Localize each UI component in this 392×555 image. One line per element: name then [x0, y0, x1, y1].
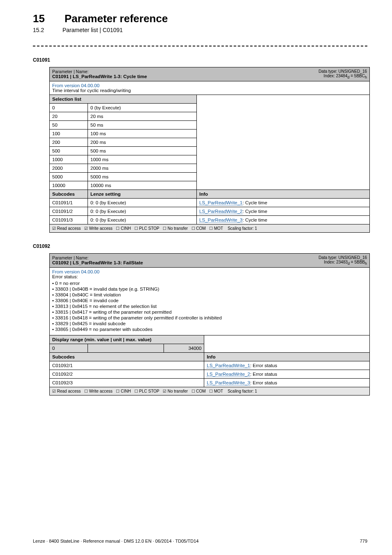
desc-text: Time interval for cyclic reading/writing	[52, 88, 131, 93]
bullet-item: • 33865 | 0x8449 = no parameter with sub…	[52, 326, 367, 332]
access-notransfer: ☐ No transfer	[163, 226, 188, 231]
access-read: ☑ Read access	[52, 389, 81, 393]
param-label: Parameter | Name:	[52, 69, 147, 74]
version-link[interactable]: From version 04.00.00	[52, 269, 99, 274]
info-header: Info	[197, 190, 370, 199]
subcode-code: C01092/2	[50, 370, 204, 379]
sel-num: 0	[50, 104, 88, 112]
subcodes-header: Subcodes	[50, 353, 204, 361]
param-title: Parameter | Name: C01091 | LS_ParReadWri…	[52, 69, 147, 79]
access-mot: ☐ MOT	[209, 226, 223, 231]
datatype-line1: Data type: UNSIGNED_16	[318, 69, 367, 74]
bullet-item: • 0 = no error	[52, 280, 367, 286]
access-com: ☐ COM	[191, 389, 206, 393]
subcode-info: LS_ParReadWrite_1: Error status	[204, 361, 370, 370]
bullet-item: • 33803 | 0x840B = invalid data type (e.…	[52, 286, 367, 292]
subcode-setting: 0: 0 (by Execute)	[88, 199, 197, 207]
sel-num: 10000	[50, 181, 88, 190]
sel-val: 2000 ms	[88, 164, 197, 173]
bullet-list: • 0 = no error • 33803 | 0x840B = invali…	[52, 280, 367, 332]
subcode-info: LS_ParReadWrite_2: Error status	[204, 370, 370, 379]
sel-val: 10000 ms	[88, 181, 197, 190]
subcode-code: C01092/1	[50, 361, 204, 370]
access-notransfer: ☑ No transfer	[163, 389, 188, 393]
chapter-number: 15	[33, 12, 45, 25]
datatype-line2: Index: 23484d = 5BBCh	[318, 74, 367, 79]
access-write: ☐ Write access	[84, 389, 113, 393]
subcode-row: C01091/1 0: 0 (by Execute) LS_ParReadWri…	[50, 199, 370, 207]
subcode-link[interactable]: LS_ParReadWrite_3	[207, 380, 250, 386]
subcode-code: C01091/3	[50, 216, 88, 224]
subcodes-header: Subcodes	[50, 190, 88, 199]
subcode-link[interactable]: LS_ParReadWrite_2	[207, 372, 250, 377]
access-mot: ☐ MOT	[209, 389, 223, 393]
param-code: C01092 | LS_ParReadWrite 1-3: FailState	[52, 260, 143, 265]
access-scale: Scaling factor: 1	[228, 389, 257, 393]
subcode-code: C01091/1	[50, 199, 88, 207]
sel-val: 0 (by Execute)	[88, 104, 197, 112]
subcode-info: LS_ParReadWrite_2: Cycle time	[197, 207, 370, 216]
sel-val: 1000 ms	[88, 155, 197, 164]
bullet-item: • 33804 | 0x840C = limit violation	[52, 292, 367, 298]
section-number: 15.2	[33, 27, 43, 33]
param-label: Parameter | Name:	[52, 255, 143, 260]
section-title: Parameter list | C01091	[62, 27, 123, 33]
sel-num: 100	[50, 130, 88, 138]
chapter-title: Parameter reference	[65, 12, 168, 25]
subcode-link[interactable]: LS_ParReadWrite_2	[199, 209, 242, 214]
access-read: ☑ Read access	[52, 226, 81, 231]
subcode-row: C01092/2 LS_ParReadWrite_2: Error status	[50, 370, 370, 379]
access-cinh: ☐ CINH	[116, 389, 131, 393]
access-row: ☑ Read access ☑ Write access ☐ CINH ☐ PL…	[50, 224, 370, 233]
selection-list-header: Selection list	[50, 95, 197, 104]
access-write: ☑ Write access	[84, 226, 113, 231]
sel-num: 1000	[50, 155, 88, 164]
info-header: Info	[204, 353, 370, 361]
sel-val: 5000 ms	[88, 173, 197, 181]
sel-val: 200 ms	[88, 138, 197, 147]
subcode-link[interactable]: LS_ParReadWrite_3	[199, 217, 242, 223]
subcode-info: LS_ParReadWrite_1: Cycle time	[197, 199, 370, 207]
version-desc: From version 04.00.00 Time interval for …	[50, 81, 370, 95]
bullet-item: • 33829 | 0x8425 = invalid subcode	[52, 321, 367, 326]
display-unit	[88, 344, 164, 353]
error-status-label: Error status:	[52, 274, 78, 279]
subcode-info: LS_ParReadWrite_3: Error status	[204, 379, 370, 387]
version-desc: From version 04.00.00 Error status: • 0 …	[50, 268, 370, 335]
subcode-setting: 0: 0 (by Execute)	[88, 216, 197, 224]
page-number: 779	[360, 539, 367, 543]
subcode-row: C01092/1 LS_ParReadWrite_1: Error status	[50, 361, 370, 370]
sel-val: 100 ms	[88, 130, 197, 138]
bullet-item: • 33806 | 0x840E = invalid code	[52, 298, 367, 303]
bullet-item: • 33813 | 0x8415 = no element of the sel…	[52, 303, 367, 309]
version-link[interactable]: From version 04.00.00	[52, 83, 99, 88]
subcode-info: LS_ParReadWrite_3: Cycle time	[197, 216, 370, 224]
access-plc: ☐ PLC STOP	[134, 226, 159, 231]
footer-left: Lenze · 8400 StateLine · Reference manua…	[33, 539, 198, 543]
selection-empty	[197, 95, 370, 190]
display-min: 0	[50, 344, 88, 353]
page-footer: Lenze · 8400 StateLine · Reference manua…	[33, 539, 367, 543]
access-plc: ☐ PLC STOP	[134, 389, 159, 393]
table-c01091: Parameter | Name: C01091 | LS_ParReadWri…	[49, 67, 370, 233]
sel-val: 50 ms	[88, 121, 197, 130]
sel-num: 2000	[50, 164, 88, 173]
sel-num: 500	[50, 147, 88, 155]
datatype-line1: Data type: UNSIGNED_16	[318, 255, 367, 260]
sel-num: 5000	[50, 173, 88, 181]
subcode-link[interactable]: LS_ParReadWrite_1	[199, 200, 242, 206]
lenze-header: Lenze setting	[88, 190, 197, 199]
subcode-link[interactable]: LS_ParReadWrite_1	[207, 363, 250, 368]
subcode-row: C01091/2 0: 0 (by Execute) LS_ParReadWri…	[50, 207, 370, 216]
subcode-code: C01092/3	[50, 379, 204, 387]
access-row: ☑ Read access ☐ Write access ☐ CINH ☐ PL…	[50, 387, 370, 395]
subcode-row: C01091/3 0: 0 (by Execute) LS_ParReadWri…	[50, 216, 370, 224]
sel-num: 20	[50, 112, 88, 121]
bullet-item: • 33815 | 0x8417 = writing of the parame…	[52, 309, 367, 315]
datatype-info: Data type: UNSIGNED_16 Index: 23484d = 5…	[318, 69, 367, 79]
param-anchor-c01091: C01091	[33, 57, 367, 63]
sel-val: 500 ms	[88, 147, 197, 155]
sel-val: 20 ms	[88, 112, 197, 121]
access-scale: Scaling factor: 1	[228, 226, 257, 231]
table-c01092: Parameter | Name: C01092 | LS_ParReadWri…	[49, 253, 370, 395]
